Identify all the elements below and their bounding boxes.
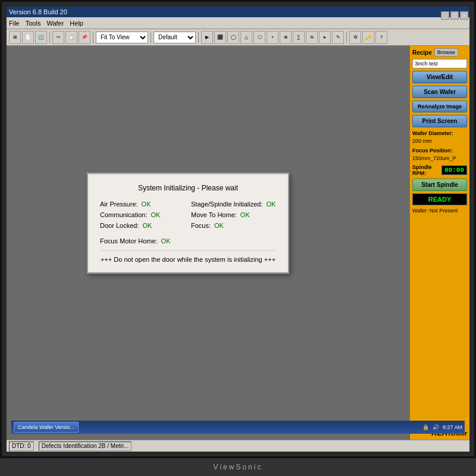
toolbar-icon-2[interactable]: 📄 [22,31,34,44]
focus-motor-item: Focus Motor Home: OK [100,237,276,244]
door-locked-label: Door Locked: [100,221,139,228]
stage-spindle-value: OK [266,200,275,207]
wafer-diameter-row: Wafer Diameter: 200 mm [412,130,467,145]
focus-position-value: 150mm_720um_P [412,155,456,161]
recipe-input[interactable] [412,59,467,68]
toolbar-icon-18[interactable]: ⚙ [349,31,361,44]
taskbar-app-item[interactable]: Candela Wafer Versio... [14,422,79,433]
toolbar-icon-9[interactable]: ◯ [227,31,239,44]
communication-label: Communication: [100,211,147,218]
communication-value: OK [151,211,160,218]
move-to-home-label: Move To Home: [191,211,237,218]
menu-help[interactable]: Help [70,20,83,27]
toolbar-icon-13[interactable]: ⊕ [280,31,292,44]
stage-spindle-item: Stage/Spindle Initialized: OK [191,200,276,207]
toolbar-icon-14[interactable]: ∑ [293,31,305,44]
ready-badge: READY [412,193,467,205]
focus-motor-row: Focus Motor Home: OK [100,237,276,244]
spindle-row: Spindle RPM: 00:00 [412,164,467,176]
focus-motor-value: OK [161,237,171,244]
monitor-bezel: Version 6.8 Build 20 _ □ × File Tools Wa… [0,0,476,458]
scan-wafer-button[interactable]: Scan Wafer [412,86,467,98]
toolbar-icon-11[interactable]: ⬡ [253,31,265,44]
monitor-brand: ViewSonic [214,463,263,471]
separator-1 [49,32,50,43]
separator-5 [346,32,347,43]
defects-segment: Defects Identification 2B / Metri... [39,441,132,451]
toolbar-icon-4[interactable]: ✂ [52,31,64,44]
taskbar-icon-2: 🔊 [433,424,439,430]
print-screen-button[interactable]: Print Screen [412,115,467,127]
focus-motor-label: Focus Motor Home: [100,237,158,244]
air-pressure-label: Air Pressure: [100,200,138,207]
focus-label: Focus: [191,221,211,228]
menu-wafer[interactable]: Wafer [46,20,64,27]
fit-to-view-dropdown[interactable]: Fit To View [96,32,148,43]
right-panel: Recipe Browse View/Edit Scan Wafer ReAna… [410,46,469,440]
default-dropdown[interactable]: Default [154,32,196,43]
menu-file[interactable]: File [9,20,20,27]
spindle-display: 00:00 [441,165,467,175]
toolbar-icon-10[interactable]: △ [240,31,252,44]
dtd-segment: DTD: 0 [9,441,34,451]
wafer-status-label: Wafer: [412,208,428,214]
toolbar-icon-3[interactable]: 🔢 [35,31,47,44]
toolbar-icon-20[interactable]: ? [375,31,387,44]
wafer-status: Wafer: Not Present [412,208,467,214]
menu-bar: File Tools Wafer Help [7,17,469,29]
taskbar-right: 🔒 🔊 9:27 AM [422,424,462,430]
recipe-row: Recipe Browse [412,48,467,57]
browse-button[interactable]: Browse [434,48,458,57]
app-title: Version 6.8 Build 20 [9,8,67,15]
recipe-label: Recipe [412,49,432,56]
focus-position-label: Focus Position: [412,148,453,154]
toolbar-icon-5[interactable]: 📋 [65,31,77,44]
toolbar-icon-12[interactable]: + [267,31,278,44]
toolbar-icon-17[interactable]: ✎ [332,31,344,44]
focus-value: OK [214,221,224,228]
status-bar: DTD: 0 Defects Identification 2B / Metri… [7,440,469,452]
wafer-status-value: Not Present [430,208,458,214]
focus-item: Focus: OK [191,221,276,228]
view-edit-button[interactable]: View/Edit [412,71,467,83]
toolbar-icon-8[interactable]: ⬛ [214,31,226,44]
window-controls: _ □ × [441,11,468,20]
maximize-button[interactable]: □ [450,11,459,20]
wafer-diameter-label: Wafer Diameter: [412,130,453,136]
menu-tools[interactable]: Tools [26,20,41,27]
toolbar-icon-7[interactable]: ▶ [201,31,213,44]
move-to-home-item: Move To Home: OK [191,211,276,218]
toolbar-icon-1[interactable]: ⊞ [9,31,21,44]
close-button[interactable]: × [460,11,468,20]
stage-spindle-label: Stage/Spindle Initialized: [191,200,262,207]
separator-4 [198,32,199,43]
start-spindle-button[interactable]: Start Spindle [412,178,467,191]
toolbar-icon-6[interactable]: 📌 [79,31,90,44]
dialog-warning: +++ Do not open the door while the syste… [100,250,276,262]
separator-2 [93,32,93,43]
dialog-status-grid: Air Pressure: OK Stage/Spindle Initializ… [100,200,276,228]
dialog-title: System Initializing - Please wait [100,183,276,192]
taskbar-icon-1: 🔒 [422,424,429,430]
toolbar: ⊞ 📄 🔢 ✂ 📋 📌 Fit To View Default ▶ ⬛ ◯ △ … [7,29,469,46]
separator-3 [151,32,151,43]
monitor-stand: ViewSonic [0,458,476,476]
defects-label: Defects Identification 2B / Metri... [42,443,129,449]
screen: Version 6.8 Build 20 _ □ × File Tools Wa… [7,7,469,452]
toolbar-icon-15[interactable]: ≋ [306,31,318,44]
wafer-diameter-value: 200 mm [412,138,432,144]
focus-position-row: Focus Position: 150mm_720um_P [412,147,467,162]
communication-item: Communication: OK [100,211,185,218]
title-bar: Version 6.8 Build 20 _ □ × [7,7,469,17]
taskbar-app-label: Candela Wafer Versio... [18,424,74,430]
toolbar-icon-16[interactable]: ▸ [319,31,331,44]
toolbar-icon-19[interactable]: 🔑 [362,31,374,44]
main-area: System Initializing - Please wait Air Pr… [7,46,469,440]
air-pressure-value: OK [142,200,151,207]
reanalyze-button[interactable]: ReAnalyze Image [412,101,467,112]
minimize-button[interactable]: _ [441,11,449,20]
door-locked-item: Door Locked: OK [100,221,185,228]
taskbar-clock: 9:27 AM [443,424,462,430]
spindle-labels: Spindle RPM: [412,164,439,176]
move-to-home-value: OK [240,211,250,218]
